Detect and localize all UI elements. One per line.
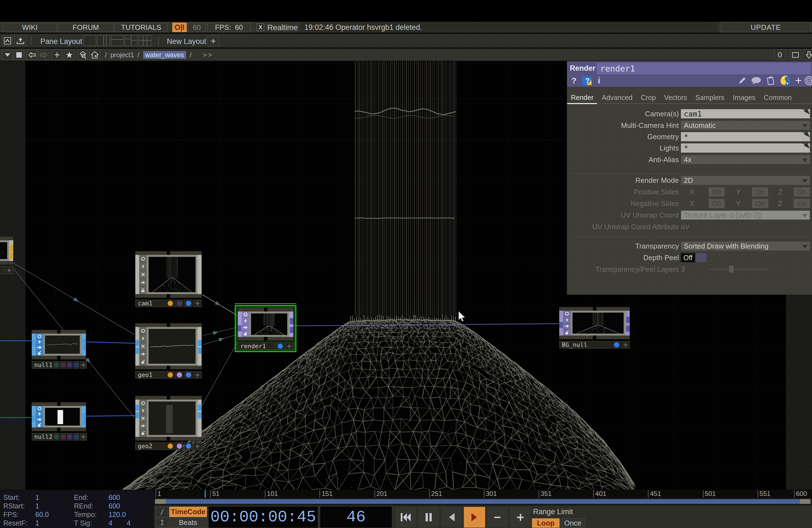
help-icon[interactable]: ? [569,76,579,86]
info-icon[interactable]: i [596,76,603,86]
increment-frame-button[interactable] [510,507,531,528]
node-body[interactable] [32,330,86,359]
param-value-field[interactable]: * [681,143,810,153]
node-output-connector[interactable] [82,344,86,351]
node-input-connector[interactable] [238,325,242,332]
node-input-connector[interactable] [135,405,139,411]
node-flag-target-icon[interactable] [563,311,570,317]
node-flag-bolt-icon[interactable] [35,411,43,417]
node-output-connector[interactable] [290,327,293,333]
node-output-connector[interactable] [198,348,202,354]
node-flag-arrow-icon[interactable] [139,350,147,358]
save-layout-icon[interactable] [14,35,27,46]
oi-toggle[interactable]: O|I [172,23,187,32]
node-color-flag[interactable] [276,342,284,350]
node-input-connector[interactable] [135,412,139,419]
once-button[interactable]: Once [561,518,585,528]
node-body[interactable] [238,308,293,340]
node-flag-arrow-icon[interactable] [139,279,147,287]
operator-name-field[interactable]: render1 [597,63,811,74]
node-geo1[interactable]: geo1 [135,323,202,379]
y-on-button[interactable]: On [752,199,768,208]
tutorials-button[interactable]: TUTORIALS [115,23,168,32]
fps-display[interactable]: FPS: 60 [207,23,251,32]
node-name-label[interactable]: null1 [32,361,53,369]
timeline-ruler[interactable]: 151101151201251301351401451501551600 [154,490,812,498]
param-dropdown[interactable]: Sorted Draw with Blending [681,241,810,251]
loop-button[interactable]: Loop [532,518,560,528]
tab-render[interactable]: Render [568,92,597,103]
python-icon[interactable] [779,76,792,86]
node-flag-arrow-icon[interactable] [563,323,570,330]
layout-two-rows-button[interactable] [111,35,124,46]
node-flag-bolt-icon[interactable] [242,318,249,324]
node-flag-bolt-icon[interactable] [35,339,43,344]
node-flag-star[interactable] [193,299,202,307]
node-flag-star[interactable] [621,341,630,349]
node-color-flag[interactable] [54,361,59,369]
collapse-pane-icon[interactable] [803,50,812,60]
z-on-button[interactable]: On [794,187,810,196]
x-on-button[interactable]: On [708,187,725,196]
node-output-connector[interactable] [290,318,293,324]
node-flag-star[interactable] [80,361,87,369]
timecode-mode-button[interactable]: TimeCode [169,507,207,517]
param-value-field[interactable]: cam1 [681,109,810,118]
node-cam1[interactable]: cam1 [135,251,202,307]
beats-mode-button[interactable]: Beats [169,517,207,528]
forward-icon[interactable] [38,50,48,60]
node-flag-arrow-icon[interactable] [35,345,43,350]
node-name-label[interactable]: BG_null [559,341,611,349]
range-start-handle[interactable] [155,499,166,504]
comment-icon[interactable] [750,76,762,86]
node-color-flag[interactable] [54,433,59,440]
node-input-connector[interactable] [32,415,35,422]
node-output-connector[interactable] [626,317,630,323]
node-flag-star[interactable] [80,433,87,440]
tab-common[interactable]: Common [760,92,795,103]
node-name-label[interactable]: null2 [32,433,53,440]
param-value-field[interactable]: * [681,132,810,142]
node-color-flag[interactable] [166,371,174,379]
node-flag-bolt-icon[interactable] [139,407,147,414]
node-render1[interactable]: render1 [238,308,293,350]
home-icon[interactable] [89,50,100,60]
node-color-flag[interactable] [60,361,66,369]
decrement-frame-button[interactable] [487,507,508,528]
bookmark-icon[interactable] [2,35,13,46]
node-flag-arrow-icon[interactable] [35,417,43,423]
node-color-flag[interactable] [166,299,174,307]
node-null1[interactable]: null1 [32,330,86,369]
node-flag-target-icon[interactable] [139,400,147,407]
node-color-flag[interactable] [175,299,184,307]
layout-single-button[interactable] [83,35,96,46]
node-flag-x-icon[interactable] [139,270,147,279]
node-output-connector[interactable] [82,419,86,425]
node-color-flag[interactable] [184,371,192,379]
path-more[interactable]: >> [203,51,213,59]
node-color-flag[interactable] [184,299,192,307]
param-export-arrow-icon[interactable] [801,142,812,150]
param-export-arrow-icon[interactable] [801,107,812,116]
node-color-flag[interactable] [73,361,79,369]
node-viewer[interactable] [0,240,9,261]
node-viewer[interactable] [43,334,82,356]
playhead[interactable] [205,490,206,498]
param-dropdown[interactable]: 2D [681,176,810,185]
node-input-connector[interactable] [135,348,139,354]
target-rings-icon[interactable] [803,76,812,86]
language-help-icon[interactable]: ? [581,76,592,86]
node-color-flag[interactable] [67,361,73,369]
tab-crop[interactable]: Crop [637,92,659,103]
node-body[interactable] [559,307,630,339]
node-flag-star[interactable] [193,442,202,450]
pencil-icon[interactable] [737,76,748,86]
jump-to-start-button[interactable] [395,507,417,528]
node-flag-bomb-icon[interactable] [139,358,147,366]
search-icon[interactable] [77,50,88,60]
layout-two-columns-button[interactable] [97,35,110,46]
pane-counter[interactable]: 0 [774,50,785,60]
oi-rate-value[interactable]: 60 [188,23,206,32]
param-dropdown[interactable]: 4x [681,155,810,164]
update-button[interactable]: UPDATE [721,23,811,32]
